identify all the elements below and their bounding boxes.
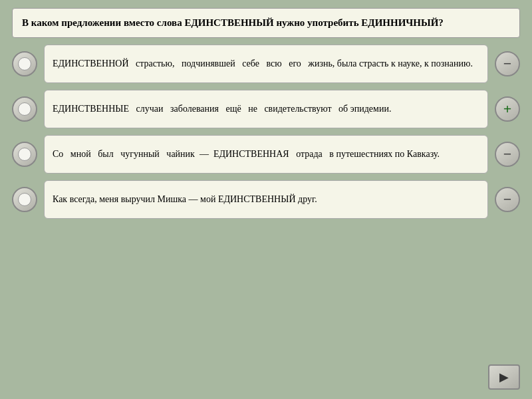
radio-inner-4 — [18, 193, 31, 206]
answer-row-1: ЕДИНСТВЕННОЙ страстью, подчинявшей себе … — [12, 45, 520, 83]
answer-row-4: Как всегда, меня выручил Мишка — мой ЕДИ… — [12, 180, 520, 219]
radio-button-1[interactable] — [12, 51, 37, 76]
radio-inner-2 — [18, 102, 31, 116]
answer-row-2: ЕДИНСТВЕННЫЕ случаи заболевания ещё не с… — [12, 90, 520, 128]
radio-button-2[interactable] — [12, 96, 37, 122]
minus-button-3[interactable]: − — [495, 142, 520, 167]
minus-button-4[interactable]: − — [495, 187, 520, 212]
radio-inner-3 — [18, 148, 31, 161]
answer-text-box-4: Как всегда, меня выручил Мишка — мой ЕДИ… — [44, 180, 488, 219]
radio-inner-1 — [18, 57, 31, 70]
answer-text-4: Как всегда, меня выручил Мишка — мой ЕДИ… — [53, 192, 479, 206]
next-button-icon: ▶ — [499, 370, 509, 384]
plus-button-2[interactable]: + — [495, 96, 520, 122]
answer-text-1: ЕДИНСТВЕННОЙ страстью, подчинявшей себе … — [53, 57, 479, 70]
next-button-container: ▶ — [488, 364, 520, 390]
answer-text-3: Со мной был чугунный чайник — ЕДИНСТВЕНН… — [53, 147, 479, 161]
answer-row-3: Со мной был чугунный чайник — ЕДИНСТВЕНН… — [12, 135, 520, 174]
answer-text-box-2: ЕДИНСТВЕННЫЕ случаи заболевания ещё не с… — [44, 90, 488, 128]
radio-button-4[interactable] — [12, 187, 37, 212]
question-box: В каком предложении вместо слова ЕДИНСТВ… — [12, 8, 520, 38]
radio-button-3[interactable] — [12, 142, 37, 167]
question-text: В каком предложении вместо слова ЕДИНСТВ… — [22, 17, 444, 28]
answer-text-box-1: ЕДИНСТВЕННОЙ страстью, подчинявшей себе … — [44, 45, 488, 83]
main-container: В каком предложении вместо слова ЕДИНСТВ… — [0, 0, 532, 399]
answer-text-box-3: Со мной был чугунный чайник — ЕДИНСТВЕНН… — [44, 135, 488, 174]
minus-button-1[interactable]: − — [495, 51, 520, 76]
next-button[interactable]: ▶ — [488, 364, 520, 390]
answer-text-2: ЕДИНСТВЕННЫЕ случаи заболевания ещё не с… — [53, 102, 479, 116]
